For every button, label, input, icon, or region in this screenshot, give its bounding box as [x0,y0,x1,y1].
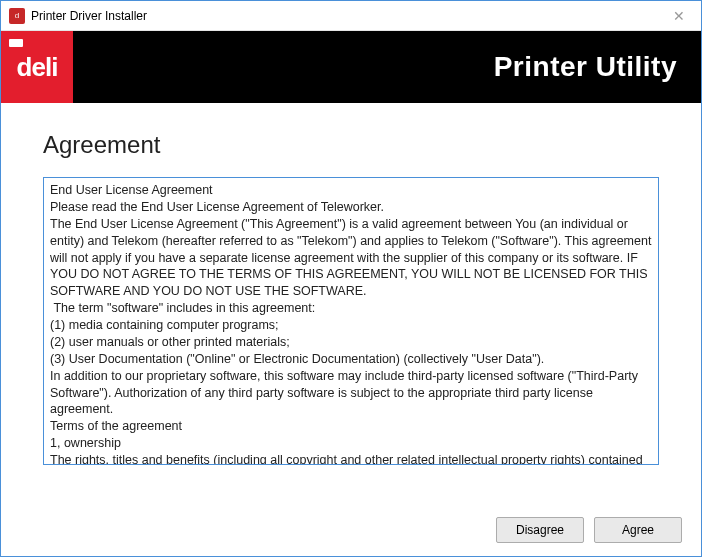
banner-title: Printer Utility [494,51,701,83]
disagree-button[interactable]: Disagree [496,517,584,543]
app-icon: d [9,8,25,24]
banner: deli Printer Utility [1,31,701,103]
eula-textbox[interactable]: End User License Agreement Please read t… [43,177,659,465]
content-area: Agreement End User License Agreement Ple… [1,103,701,475]
page-heading: Agreement [43,131,659,159]
brand-logo: deli [1,31,73,103]
logo-tag-icon [9,39,23,47]
eula-text: End User License Agreement Please read t… [50,182,652,465]
titlebar: d Printer Driver Installer ✕ [1,1,701,31]
logo-text: deli [17,52,58,83]
close-icon[interactable]: ✕ [659,2,699,30]
agree-button[interactable]: Agree [594,517,682,543]
button-row: Disagree Agree [496,517,682,543]
window-title: Printer Driver Installer [31,9,659,23]
